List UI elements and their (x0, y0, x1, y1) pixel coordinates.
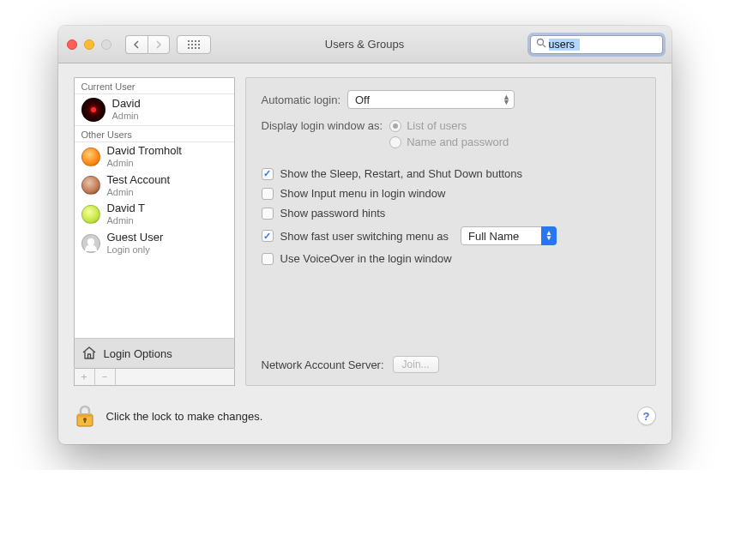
search-icon (536, 38, 546, 51)
join-button: Join... (393, 356, 439, 373)
chk-fast-switching[interactable] (262, 230, 274, 242)
search-field[interactable]: ✕ (530, 35, 663, 54)
avatar (81, 234, 100, 253)
remove-user-button: － (95, 369, 116, 385)
user-row[interactable]: Guest User Login only (75, 229, 234, 258)
forward-button (148, 35, 170, 54)
svg-line-1 (543, 45, 545, 47)
chevron-updown-icon: ▲▼ (541, 226, 557, 245)
chk-switch-label: Show fast user switching menu as (280, 230, 449, 243)
house-icon (81, 346, 97, 361)
radio-list-of-users (389, 120, 401, 132)
fast-switching-value: Full Name (468, 230, 519, 243)
user-name: Test Account (107, 174, 171, 187)
svg-rect-3 (77, 414, 93, 417)
add-user-button: ＋ (75, 369, 95, 385)
user-list: Current User David Admin Other Users Dav… (74, 77, 235, 369)
lock-text: Click the lock to make changes. (106, 410, 263, 423)
lock-icon[interactable] (74, 403, 96, 429)
help-button[interactable]: ? (637, 406, 656, 425)
radio-name-password (389, 136, 401, 148)
grid-icon (188, 40, 200, 49)
svg-rect-5 (84, 419, 86, 423)
user-row[interactable]: David T Admin (75, 200, 234, 229)
user-name: David (112, 98, 141, 111)
radio-name-label: Name and password (407, 135, 509, 148)
sidebar: Current User David Admin Other Users Dav… (74, 77, 235, 386)
current-user-row[interactable]: David Admin (75, 94, 234, 125)
window-title: Users & Groups (325, 38, 404, 51)
current-user-section-label: Current User (75, 78, 234, 94)
user-role: Login only (107, 244, 164, 256)
fast-switching-select[interactable]: Full Name ▲▼ (461, 226, 557, 245)
chk-voiceover[interactable] (262, 253, 274, 265)
user-name: David Tromholt (107, 145, 182, 158)
main-panel: Automatic login: Off ▲▼ Display login wi… (245, 77, 656, 386)
other-users-section-label: Other Users (75, 125, 234, 142)
user-row[interactable]: David Tromholt Admin (75, 142, 234, 172)
close-window-button[interactable] (67, 39, 77, 50)
user-role: Admin (107, 187, 171, 198)
nav-buttons (125, 35, 170, 54)
prefs-window: Users & Groups ✕ Current User David Admi… (58, 26, 672, 444)
radio-list-label: List of users (407, 119, 467, 132)
avatar (81, 176, 100, 195)
search-input[interactable] (549, 39, 672, 51)
minimize-window-button[interactable] (84, 39, 94, 50)
display-login-label: Display login window as: (262, 119, 383, 132)
window-controls (67, 39, 111, 50)
zoom-window-button (101, 39, 111, 50)
auto-login-label: Automatic login: (262, 93, 341, 106)
user-role: Admin (107, 215, 146, 226)
titlebar: Users & Groups ✕ (58, 26, 672, 63)
user-role: Admin (107, 158, 182, 169)
chk-password-hints[interactable] (262, 208, 274, 220)
chk-hints-label: Show password hints (280, 207, 386, 220)
chk-input-label: Show Input menu in login window (280, 187, 446, 200)
network-account-label: Network Account Server: (262, 358, 384, 371)
user-name: Guest User (107, 232, 164, 244)
user-name: David T (107, 202, 146, 215)
avatar (81, 148, 100, 166)
show-all-button[interactable] (177, 35, 211, 54)
chk-sleep-restart[interactable] (262, 168, 274, 180)
add-remove-bar: ＋ － (74, 369, 235, 386)
user-role: Admin (112, 111, 141, 122)
login-options-row[interactable]: Login Options (75, 338, 234, 368)
svg-point-0 (537, 39, 543, 45)
back-button[interactable] (125, 35, 148, 54)
footer: Click the lock to make changes. ? (58, 401, 672, 444)
avatar (81, 98, 105, 122)
auto-login-value: Off (355, 93, 370, 106)
user-row[interactable]: Test Account Admin (75, 172, 234, 201)
avatar (81, 205, 100, 224)
chk-voiceover-label: Use VoiceOver in the login window (280, 252, 452, 265)
chevron-updown-icon: ▲▼ (503, 94, 510, 105)
auto-login-select[interactable]: Off ▲▼ (347, 90, 515, 109)
chk-sleep-label: Show the Sleep, Restart, and Shut Down b… (280, 167, 523, 180)
chk-input-menu[interactable] (262, 188, 274, 200)
login-options-label: Login Options (104, 347, 172, 360)
